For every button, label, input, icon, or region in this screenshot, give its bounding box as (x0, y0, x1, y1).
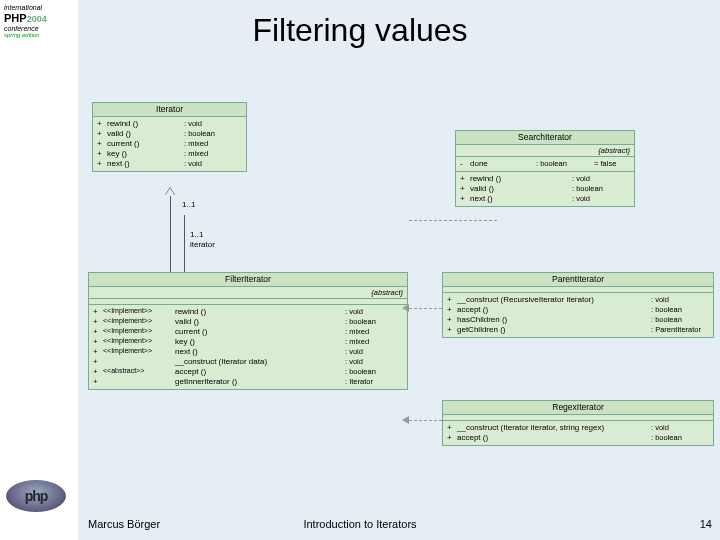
left-bar (0, 0, 78, 540)
arrow-head-icon (402, 416, 409, 424)
footer: Marcus Börger Introduction to Iterators … (0, 518, 720, 536)
uml-member-row: +accept (): boolean (447, 305, 709, 315)
uml-class-name: ParentIterator (443, 273, 713, 287)
connector-search-to-filter (409, 220, 497, 221)
uml-class-name: FilterIterator (89, 273, 407, 287)
uml-member-row: +<<Implement>>current (): mixed (93, 327, 403, 337)
connector-filter-to-iterator (170, 196, 171, 272)
uml-member-row: +rewind (): void (97, 119, 242, 129)
multiplicity-2: 1..1 (190, 230, 203, 239)
multiplicity-1: 1..1 (182, 200, 195, 209)
uml-member-row: +getChildren (): ParentIterator (447, 325, 709, 335)
uml-member-row: +<<Implement>>valid (): boolean (93, 317, 403, 327)
arrow-head-icon (402, 304, 409, 312)
uml-methods: +rewind (): void+valid (): boolean+curre… (93, 117, 246, 171)
assoc-role: iterator (190, 240, 215, 249)
uml-member-row: +<<Implement>>key (): mixed (93, 337, 403, 347)
uml-member-row: +<<abstract>>accept (): boolean (93, 367, 403, 377)
uml-member-row: -done: boolean= false (460, 159, 630, 169)
uml-class-parent-iterator: ParentIterator +__construct (RecursiveIt… (442, 272, 714, 338)
uml-member-row: +valid (): boolean (460, 184, 630, 194)
uml-attributes: -done: boolean= false (456, 157, 634, 172)
uml-member-row: +valid (): boolean (97, 129, 242, 139)
connector-parent-to-filter (409, 308, 442, 309)
uml-member-row: +hasChildren (): boolean (447, 315, 709, 325)
footer-page: 14 (700, 518, 712, 530)
uml-member-row: +<<Implement>>rewind (): void (93, 307, 403, 317)
uml-class-filter-iterator: FilterIterator {abstract} +<<Implement>>… (88, 272, 408, 390)
uml-class-regex-iterator: RegexIterator +__construct (Iterator ite… (442, 400, 714, 446)
uml-member-row: +__construct (Iterator iterator, string … (447, 423, 709, 433)
uml-member-row: +__construct (RecursiveIterator iterator… (447, 295, 709, 305)
uml-member-row: +next (): void (97, 159, 242, 169)
uml-member-row: +current (): mixed (97, 139, 242, 149)
slide-title: Filtering values (0, 12, 720, 49)
uml-methods: +__construct (Iterator iterator, string … (443, 421, 713, 445)
arrow-head-icon (165, 188, 175, 196)
uml-class-search-iterator: SearchIterator {abstract} -done: boolean… (455, 130, 635, 207)
uml-member-row: +__construct (Iterator data): void (93, 357, 403, 367)
uml-class-name: SearchIterator (456, 131, 634, 145)
uml-member-row: +rewind (): void (460, 174, 630, 184)
uml-member-row: +getInnerIterator (): Iterator (93, 377, 403, 387)
uml-stereotype: {abstract} (89, 287, 407, 299)
connector-filter-to-iterator-assoc (184, 215, 185, 272)
uml-methods: +__construct (RecursiveIterator iterator… (443, 293, 713, 337)
footer-title: Introduction to Iterators (0, 518, 720, 530)
uml-class-iterator: Iterator +rewind (): void+valid (): bool… (92, 102, 247, 172)
uml-member-row: +key (): mixed (97, 149, 242, 159)
uml-class-name: RegexIterator (443, 401, 713, 415)
php-logo: php (6, 480, 66, 512)
uml-member-row: +accept (): boolean (447, 433, 709, 443)
uml-member-row: +<<Implement>>next (): void (93, 347, 403, 357)
uml-methods: +<<Implement>>rewind (): void+<<Implemen… (89, 305, 407, 389)
uml-methods: +rewind (): void+valid (): boolean+next … (456, 172, 634, 206)
logo-line-1: international (4, 4, 47, 12)
uml-class-name: Iterator (93, 103, 246, 117)
uml-member-row: +next (): void (460, 194, 630, 204)
uml-stereotype: {abstract} (456, 145, 634, 157)
connector-regex-to-filter (409, 420, 442, 421)
